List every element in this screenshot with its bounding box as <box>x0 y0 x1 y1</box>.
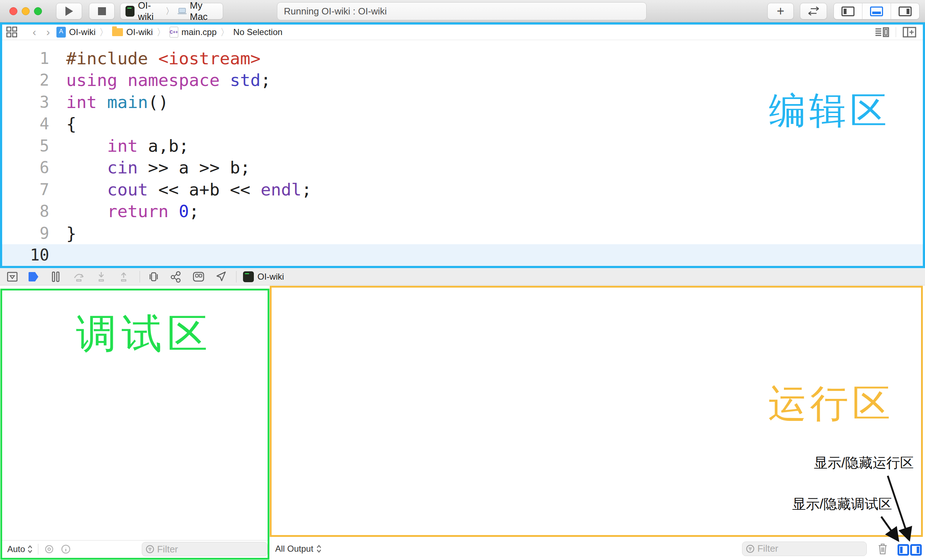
code-text: int a,b; <box>49 136 189 156</box>
divider <box>896 27 896 37</box>
line-number: 6 <box>2 158 49 177</box>
stop-icon <box>98 7 106 15</box>
run-button[interactable] <box>56 3 82 20</box>
code-line[interactable]: 7 cout << a+b << endl; <box>2 179 923 201</box>
stop-button[interactable] <box>89 3 114 20</box>
step-out-button[interactable] <box>117 270 130 283</box>
info-icon[interactable] <box>61 544 71 554</box>
line-number: 2 <box>2 71 49 89</box>
breadcrumb-group[interactable]: OI-wiki <box>126 27 152 37</box>
code-line[interactable]: 10 <box>2 244 923 266</box>
pause-button[interactable] <box>49 270 62 283</box>
run-area-label: 运行区 <box>768 382 894 425</box>
code-line[interactable]: 1#include <iostream> <box>2 47 923 69</box>
jump-bar: ‹ › OI-wiki 〉 OI-wiki 〉 C++ main.cpp 〉 N… <box>2 24 923 40</box>
code-text: using namespace std; <box>49 70 271 90</box>
back-button[interactable]: ‹ <box>33 27 36 38</box>
code-line[interactable]: 8 return 0; <box>2 201 923 222</box>
breakpoints-toggle-button[interactable] <box>27 270 40 283</box>
process-name[interactable]: OI-wiki <box>258 272 284 282</box>
environment-overrides-button[interactable] <box>192 270 205 283</box>
scheme-destination-label: My Mac <box>190 0 218 23</box>
toggle-console-button[interactable] <box>910 544 922 555</box>
code-text: { <box>49 114 76 134</box>
toggle-inspector-button[interactable] <box>891 3 919 19</box>
folder-icon <box>112 28 123 36</box>
toggle-debug-area-button[interactable] <box>862 3 891 19</box>
step-over-button[interactable] <box>72 270 85 283</box>
scope-selector[interactable]: Auto <box>7 544 25 554</box>
activity-status-text: Running OI-wiki : OI-wiki <box>284 6 387 17</box>
zoom-window-button[interactable] <box>34 7 42 15</box>
stepper-icon[interactable] <box>27 545 33 554</box>
toggle-variables-view-button[interactable] <box>898 544 909 555</box>
filter-icon <box>146 545 154 554</box>
variables-filter-field[interactable] <box>142 542 268 556</box>
code-text: int main() <box>49 92 169 112</box>
close-window-button[interactable] <box>9 7 17 15</box>
line-number: 10 <box>2 246 49 264</box>
console-toolbar: All Output <box>271 537 923 560</box>
adjust-editor-options-icon[interactable] <box>875 26 889 38</box>
left-bar <box>900 546 902 553</box>
line-number: 9 <box>2 224 49 242</box>
toggle-run-annotation: 显示/隐藏运行区 <box>814 454 914 472</box>
console-filter-field[interactable] <box>742 542 867 556</box>
output-selector[interactable]: All Output <box>275 544 313 554</box>
toggle-debug-annotation: 显示/隐藏调试区 <box>792 495 892 513</box>
code-line[interactable]: 5 int a,b; <box>2 135 923 157</box>
code-line[interactable]: 9} <box>2 222 923 244</box>
minimize-window-button[interactable] <box>22 7 30 15</box>
line-number: 4 <box>2 114 49 133</box>
process-app-icon <box>243 271 254 282</box>
breadcrumb-project[interactable]: OI-wiki <box>69 27 95 37</box>
trash-icon[interactable] <box>877 543 888 555</box>
bottom-panel-icon <box>870 6 883 16</box>
debug-toolbar: OI-wiki <box>0 268 925 285</box>
code-text: return 0; <box>49 201 199 221</box>
filter-icon <box>746 544 754 554</box>
code-text: } <box>49 223 76 243</box>
console-filter-input[interactable] <box>757 543 863 554</box>
app-icon <box>125 6 134 17</box>
library-add-button[interactable]: + <box>767 3 794 20</box>
code-line[interactable]: 2using namespace std; <box>2 69 923 92</box>
quicklook-eye-icon[interactable] <box>44 545 55 554</box>
debug-area-label: 调试区 <box>76 311 212 356</box>
activity-viewer: Running OI-wiki : OI-wiki <box>277 2 646 20</box>
swap-arrows-icon <box>807 6 820 16</box>
code-text: cout << a+b << endl; <box>49 180 312 200</box>
hide-debug-area-button[interactable] <box>6 270 19 283</box>
line-number: 3 <box>2 93 49 111</box>
xcode-window: OI-wiki 〉 My Mac Running OI-wiki : OI-wi… <box>0 0 925 560</box>
debug-memory-graph-button[interactable] <box>170 270 182 283</box>
line-number: 5 <box>2 137 49 155</box>
right-bar <box>917 546 919 553</box>
code-line[interactable]: 6 cin >> a >> b; <box>2 157 923 179</box>
divider <box>140 271 140 282</box>
breadcrumb-selection[interactable]: No Selection <box>233 27 282 37</box>
plus-icon: + <box>777 4 784 19</box>
add-editor-icon[interactable] <box>902 26 916 38</box>
line-number: 8 <box>2 202 49 221</box>
chevron-separator: 〉 <box>217 26 233 39</box>
xcode-project-icon <box>56 27 66 38</box>
forward-button[interactable]: › <box>46 27 50 38</box>
workspace-panel-toggles <box>833 3 920 20</box>
scheme-selector[interactable]: OI-wiki 〉 My Mac <box>120 3 223 20</box>
variables-filter-input[interactable] <box>157 544 264 555</box>
chevron-separator: 〉 <box>166 5 174 17</box>
titlebar: OI-wiki 〉 My Mac Running OI-wiki : OI-wi… <box>0 0 925 23</box>
chevron-separator: 〉 <box>153 26 170 39</box>
chevron-separator: 〉 <box>95 26 112 39</box>
line-number: 7 <box>2 180 49 199</box>
related-items-icon[interactable] <box>6 26 18 38</box>
step-into-button[interactable] <box>95 270 108 283</box>
breadcrumb-file[interactable]: main.cpp <box>182 27 217 37</box>
stepper-icon[interactable] <box>316 545 322 553</box>
toggle-navigator-button[interactable] <box>834 3 862 19</box>
simulate-location-button[interactable] <box>214 270 227 283</box>
editor-mode-button[interactable] <box>800 3 827 20</box>
debug-view-hierarchy-button[interactable] <box>147 270 160 283</box>
line-number: 1 <box>2 49 49 68</box>
